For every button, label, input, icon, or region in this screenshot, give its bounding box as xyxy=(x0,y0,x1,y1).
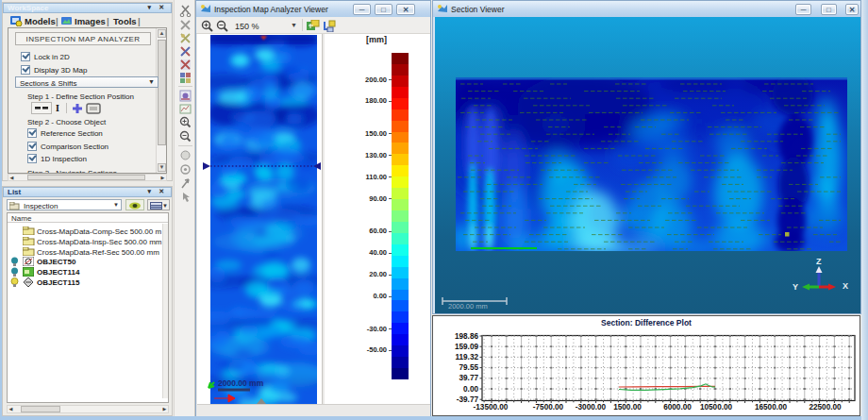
svg-text:79.55: 79.55 xyxy=(459,363,479,372)
svg-text:1500.00: 1500.00 xyxy=(613,403,642,412)
svg-text:119.32: 119.32 xyxy=(455,353,478,361)
svg-text:2000.00 mm: 2000.00 mm xyxy=(448,302,488,311)
svg-text:Y: Y xyxy=(793,282,798,292)
svg-text:Z: Z xyxy=(816,257,822,266)
svg-text:10500.00: 10500.00 xyxy=(700,403,733,412)
svg-text:39.77: 39.77 xyxy=(459,374,479,382)
svg-text:0.00: 0.00 xyxy=(463,385,478,394)
svg-text:-3000.00: -3000.00 xyxy=(576,403,607,412)
svg-text:6000.00: 6000.00 xyxy=(663,403,692,412)
svg-text:159.09: 159.09 xyxy=(455,343,478,351)
svg-text:X: X xyxy=(843,281,848,291)
svg-text:198.86: 198.86 xyxy=(455,332,478,341)
svg-text:22500.00: 22500.00 xyxy=(809,403,842,412)
svg-text:16500.00: 16500.00 xyxy=(755,403,788,412)
svg-text:-13500.00: -13500.00 xyxy=(474,403,509,412)
svg-text:-7500.00: -7500.00 xyxy=(533,403,564,412)
svg-text:2000.00 mm: 2000.00 mm xyxy=(218,378,264,388)
